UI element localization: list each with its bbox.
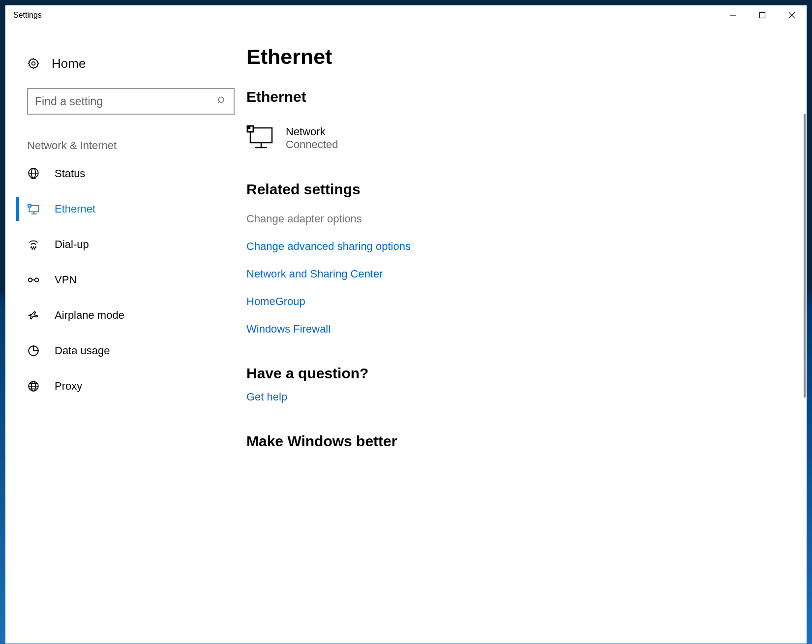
make-better-heading: Make Windows better bbox=[246, 433, 807, 450]
sub-heading: Ethernet bbox=[246, 89, 807, 105]
svg-point-21 bbox=[29, 278, 32, 282]
search-icon bbox=[217, 95, 227, 108]
link-get-help[interactable]: Get help bbox=[246, 391, 287, 403]
svg-point-17 bbox=[33, 247, 34, 248]
status-icon bbox=[27, 167, 40, 180]
svg-point-19 bbox=[32, 248, 33, 249]
window-title: Settings bbox=[13, 11, 42, 20]
svg-point-4 bbox=[32, 62, 35, 65]
search-input[interactable] bbox=[35, 95, 208, 108]
link-network-sharing-center[interactable]: Network and Sharing Center bbox=[246, 268, 807, 280]
proxy-icon bbox=[27, 380, 40, 393]
sidebar: Home Network & Internet Status Ether bbox=[5, 25, 246, 644]
titlebar: Settings bbox=[5, 5, 807, 25]
ethernet-icon bbox=[27, 203, 40, 215]
close-button[interactable] bbox=[777, 5, 807, 25]
airplane-icon bbox=[27, 309, 40, 322]
link-homegroup[interactable]: HomeGroup bbox=[246, 295, 807, 308]
settings-window: Settings Home bbox=[5, 5, 807, 644]
related-settings-heading: Related settings bbox=[246, 181, 807, 198]
sidebar-item-label: Data usage bbox=[55, 344, 110, 357]
sidebar-item-label: Status bbox=[55, 167, 85, 180]
svg-rect-1 bbox=[760, 13, 765, 18]
link-change-adapter-options[interactable]: Change adapter options bbox=[246, 213, 807, 225]
sidebar-item-label: VPN bbox=[55, 274, 77, 286]
minimize-button[interactable] bbox=[718, 5, 748, 25]
sidebar-item-label: Airplane mode bbox=[55, 309, 124, 322]
sidebar-item-label: Ethernet bbox=[55, 203, 95, 215]
sidebar-item-vpn[interactable]: VPN bbox=[5, 262, 246, 298]
link-change-advanced-sharing[interactable]: Change advanced sharing options bbox=[246, 240, 807, 253]
content-area: Ethernet Ethernet Network Connected Rela… bbox=[246, 25, 807, 644]
sidebar-item-label: Proxy bbox=[55, 380, 82, 393]
vpn-icon bbox=[27, 274, 40, 286]
svg-rect-31 bbox=[248, 127, 250, 128]
network-text: Network Connected bbox=[286, 125, 338, 151]
network-monitor-icon bbox=[246, 125, 273, 152]
dialup-icon bbox=[27, 238, 40, 251]
sidebar-item-status[interactable]: Status bbox=[5, 156, 246, 191]
search-input-container[interactable] bbox=[27, 88, 235, 115]
question-heading: Have a question? bbox=[246, 365, 807, 382]
link-windows-firewall[interactable]: Windows Firewall bbox=[246, 323, 807, 336]
sidebar-item-label: Dial-up bbox=[55, 238, 89, 251]
section-label: Network & Internet bbox=[5, 115, 246, 156]
maximize-button[interactable] bbox=[748, 5, 777, 25]
svg-point-20 bbox=[34, 248, 35, 249]
network-name: Network bbox=[286, 125, 338, 138]
svg-point-18 bbox=[35, 247, 36, 248]
sidebar-item-airplane[interactable]: Airplane mode bbox=[5, 298, 246, 333]
home-label: Home bbox=[52, 56, 86, 71]
sidebar-item-datausage[interactable]: Data usage bbox=[5, 333, 246, 368]
svg-point-22 bbox=[35, 278, 39, 282]
home-button[interactable]: Home bbox=[5, 50, 246, 77]
svg-point-16 bbox=[31, 247, 32, 248]
network-status: Connected bbox=[286, 138, 338, 151]
data-usage-icon bbox=[27, 344, 40, 357]
window-controls bbox=[718, 5, 807, 25]
svg-line-6 bbox=[218, 101, 219, 103]
network-item[interactable]: Network Connected bbox=[246, 125, 807, 152]
sidebar-item-dialup[interactable]: Dial-up bbox=[5, 227, 246, 262]
page-title: Ethernet bbox=[246, 45, 807, 69]
sidebar-item-ethernet[interactable]: Ethernet bbox=[5, 191, 246, 227]
scrollbar[interactable] bbox=[804, 114, 806, 398]
sidebar-item-proxy[interactable]: Proxy bbox=[5, 368, 246, 404]
gear-icon bbox=[27, 57, 40, 70]
